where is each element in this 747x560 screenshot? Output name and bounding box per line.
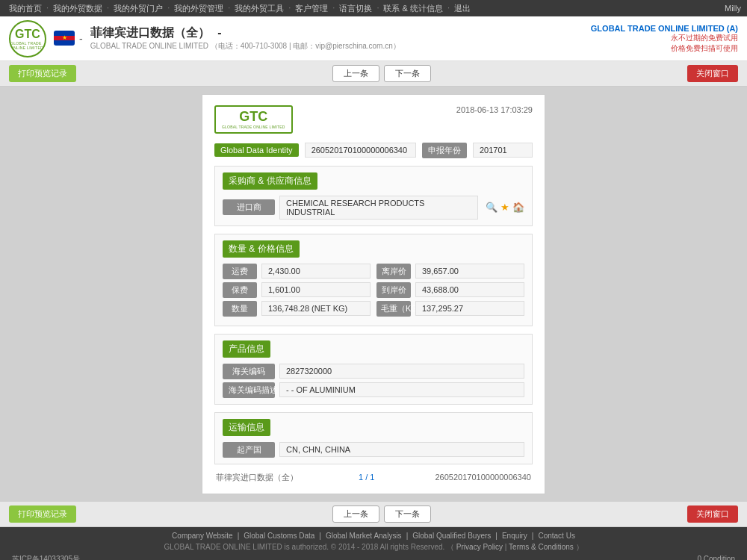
content-center: GTC GLOBAL TRADE ONLINE LIMITED 2018-06-… [0,87,747,502]
footer-link-buyers[interactable]: Global Qualified Buyers [412,532,491,540]
nav-language[interactable]: 语言切换 [336,3,375,14]
toolbar-right: 关闭窗口 [687,65,738,82]
logo-subtext: GLOBAL TRADE ONLINE LIMITED [10,41,45,50]
nav-items: 我的首页 · 我的外贸数据 · 我的外贸门户 · 我的外贸管理 · 我的外贸工具… [6,3,474,14]
insurance-col: 保费 1,601.00 [223,282,371,298]
search-icon[interactable]: 🔍 [486,202,498,213]
quantity-section-header: 数量 & 价格信息 [223,240,300,258]
prev-button-top[interactable]: 上一条 [332,65,379,82]
hs-desc-row: 海关编码描述 - - OF ALUMINIUM [223,382,524,398]
nav-portal[interactable]: 我的外贸门户 [111,3,166,14]
gross-weight-label: 毛重（KG） [376,301,411,317]
next-button-bottom[interactable]: 下一条 [384,505,431,523]
toolbar-center: 上一条 下一条 [332,65,431,82]
global-data-identity-label: Global Data Identity [214,143,299,157]
close-button-top[interactable]: 关闭窗口 [687,65,738,82]
hs-desc-label: 海关编码描述 [223,382,275,398]
importer-row: 进口商 CHEMICAL RESEARCH PRODUCTS INDUSTRIA… [223,196,524,220]
next-button-top[interactable]: 下一条 [384,65,431,82]
fob-label: 离岸价 [376,264,411,279]
hs-code-label: 海关编码 [223,364,275,379]
cif-label: 到岸价 [376,282,411,298]
print-button-top[interactable]: 打印预览记录 [9,65,76,82]
importer-value: CHEMICAL RESEARCH PRODUCTS INDUSTRIAL [279,196,478,220]
quantity-col: 数量 136,748.28 (NET KG) [223,301,371,317]
supplier-section-header: 采购商 & 供应商信息 [223,172,317,190]
logo-circle: GTC GLOBAL TRADE ONLINE LIMITED [9,20,46,57]
hs-desc-value: - - OF ALUMINIUM [279,382,524,397]
tagline: 永不过期的免费试用 价格免费扫描可使用 [591,33,738,54]
bottom-toolbar-left: 打印预览记录 [9,505,76,523]
footer-record-title: 菲律宾进口数据（全） [216,472,298,483]
page-title: 菲律宾进口数据（全） - [90,25,400,41]
footer-link-market[interactable]: Global Market Analysis [326,532,402,540]
print-button-bottom[interactable]: 打印预览记录 [9,505,76,523]
global-data-identity-value: 260520170100000006340 [305,143,416,158]
cif-col: 到岸价 43,688.00 [376,282,524,298]
nav-stats[interactable]: 联系 & 统计信息 [380,3,445,14]
header-left: GTC GLOBAL TRADE ONLINE LIMITED ★ - 菲律宾进… [9,20,400,57]
bottom-toolbar: 打印预览记录 上一条 下一条 关闭窗口 [0,502,747,527]
page-title-area: 菲律宾进口数据（全） - GLOBAL TRADE ONLINE LIMITED… [90,25,400,52]
record-card: GTC GLOBAL TRADE ONLINE LIMITED 2018-06-… [202,94,545,494]
transport-section: 运输信息 起产国 CN, CHN, CHINA [214,412,533,464]
hs-code-row: 海关编码 2827320000 [223,364,524,379]
nav-trade-data[interactable]: 我的外贸数据 [50,3,105,14]
quantity-section: 数量 & 价格信息 运费 2,430.00 离岸价 39,657.00 保费 1… [214,234,533,326]
cif-value: 43,688.00 [415,282,524,297]
freight-value: 2,430.00 [261,264,371,279]
close-button-bottom[interactable]: 关闭窗口 [687,505,738,523]
quantity-gross-row: 数量 136,748.28 (NET KG) 毛重（KG） 137,295.27 [223,301,524,317]
gross-weight-col: 毛重（KG） 137,295.27 [376,301,524,317]
nav-logout[interactable]: 退出 [451,3,474,14]
footer-privacy-link[interactable]: Privacy Policy [456,543,503,551]
nav-clients[interactable]: 客户管理 [292,3,331,14]
star-icon[interactable]: ★ [500,202,509,213]
footer-terms-link[interactable]: Terms & Conditions [509,543,574,551]
card-logo-area: GTC GLOBAL TRADE ONLINE LIMITED [214,105,293,134]
product-section-header: 产品信息 [223,340,270,358]
fob-col: 离岸价 39,657.00 [376,264,524,279]
record-datetime: 2018-06-13 17:03:29 [456,105,533,114]
freight-col: 运费 2,430.00 [223,264,371,279]
flag-area: ★ - [54,31,83,47]
footer-copyright: GLOBAL TRADE ONLINE LIMITED is authorize… [4,542,743,553]
card-logo-text: GTC [239,110,267,125]
footer-link-company[interactable]: Company Website [172,532,233,540]
nav-management[interactable]: 我的外贸管理 [171,3,226,14]
origin-value: CN, CHN, CHINA [279,442,524,457]
top-navigation: 我的首页 · 我的外贸数据 · 我的外贸门户 · 我的外贸管理 · 我的外贸工具… [0,0,747,16]
hs-code-value: 2827320000 [279,364,524,379]
fob-value: 39,657.00 [415,264,524,279]
quantity-value: 136,748.28 (NET KG) [261,301,371,316]
company-contact: GLOBAL TRADE ONLINE LIMITED （电话：400-710-… [90,41,400,52]
gross-weight-value: 137,295.27 [415,301,524,316]
importer-label: 进口商 [223,199,275,215]
quantity-label: 数量 [223,301,257,317]
card-header: GTC GLOBAL TRADE ONLINE LIMITED 2018-06-… [214,105,533,134]
logo: GTC GLOBAL TRADE ONLINE LIMITED [9,20,46,57]
importer-icons: 🔍 ★ 🏠 [486,202,524,213]
footer-link-enquiry[interactable]: Enquiry [502,532,527,540]
footer-record-id: 260520170100000006340 [436,473,531,482]
main-content: GTC GLOBAL TRADE ONLINE LIMITED 2018-06-… [0,87,747,502]
report-year-value: 201701 [473,143,533,158]
footer-bottom: 苏ICP备14033305号 0 Condition [4,554,743,560]
page-indicator: 1 / 1 [359,473,374,482]
nav-home[interactable]: 我的首页 [6,3,45,14]
icp-number: 苏ICP备14033305号 [12,554,80,560]
origin-row: 起产国 CN, CHN, CHINA [223,442,524,458]
prev-button-bottom[interactable]: 上一条 [332,505,379,523]
insurance-label: 保费 [223,282,257,298]
footer-links: Company Website | Global Customs Data | … [4,532,743,540]
insurance-value: 1,601.00 [261,282,371,297]
home-icon[interactable]: 🏠 [512,202,524,213]
nav-tools[interactable]: 我的外贸工具 [232,3,287,14]
footer-link-contact[interactable]: Contact Us [538,532,574,540]
footer-link-customs[interactable]: Global Customs Data [244,532,314,540]
user-name: Milly [725,4,741,13]
freight-label: 运费 [223,264,257,279]
supplier-section: 采购商 & 供应商信息 进口商 CHEMICAL RESEARCH PRODUC… [214,166,533,226]
identity-row: Global Data Identity 2605201701000000063… [214,143,533,158]
page-header: GTC GLOBAL TRADE ONLINE LIMITED ★ - 菲律宾进… [0,16,747,61]
